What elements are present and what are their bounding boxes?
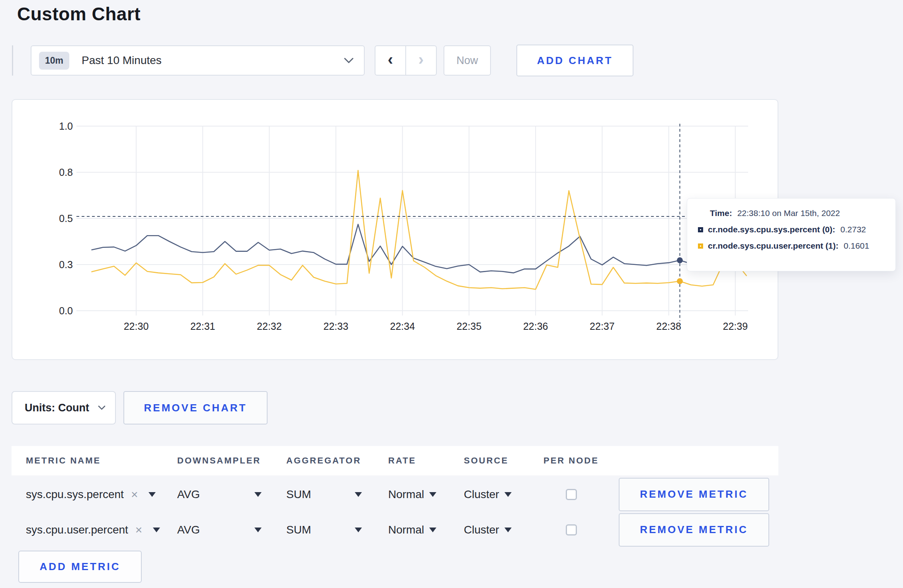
- y-axis-tick-label: 0.3: [59, 259, 73, 270]
- source-value: Cluster: [464, 524, 499, 536]
- metric-name-value: sys.cpu.sys.percent: [26, 488, 124, 501]
- timeseries-chart[interactable]: 0.00.30.50.81.022:3022:3122:3222:3322:34…: [12, 100, 779, 361]
- source-select[interactable]: Cluster: [464, 524, 539, 536]
- chevron-down-icon: [98, 405, 106, 410]
- aggregator-select[interactable]: SUM: [286, 488, 362, 501]
- downsampler-value: AVG: [177, 524, 200, 536]
- series-line-sys: [92, 224, 747, 273]
- rate-select[interactable]: Normal: [388, 488, 464, 501]
- source-value: Cluster: [464, 488, 499, 501]
- remove-metric-button[interactable]: REMOVE METRIC: [619, 513, 769, 547]
- aggregator-value: SUM: [286, 524, 311, 536]
- toolbar-divider: [12, 45, 13, 76]
- x-axis-tick-label: 22:37: [590, 321, 615, 332]
- downsampler-select[interactable]: AVG: [177, 524, 262, 536]
- series-line-user: [92, 170, 747, 289]
- column-header-per-node: PER NODE: [539, 456, 603, 466]
- metrics-table-header: METRIC NAME DOWNSAMPLER AGGREGATOR RATE …: [12, 446, 778, 475]
- sys-series-swatch-icon: [698, 227, 703, 232]
- rate-value: Normal: [388, 524, 424, 536]
- column-header-source: SOURCE: [464, 456, 539, 466]
- chart-axis-labels: 0.00.30.50.81.022:3022:3122:3222:3322:34…: [59, 121, 748, 332]
- metric-name-select[interactable]: sys.cpu.sys.percent ×: [26, 488, 177, 501]
- time-window-select[interactable]: 10m Past 10 Minutes: [31, 45, 365, 76]
- metric-name-value: sys.cpu.user.percent: [26, 524, 128, 536]
- caret-down-icon: [429, 528, 436, 532]
- time-window-label: Past 10 Minutes: [82, 54, 344, 67]
- tooltip-series-name: cr.node.sys.cpu.sys.percent (0):: [708, 225, 835, 234]
- time-range-pager: ‹ ›: [375, 45, 437, 76]
- per-node-checkbox[interactable]: [566, 524, 577, 535]
- tooltip-time-row: Time: 22:38:10 on Mar 15th, 2022: [710, 208, 887, 218]
- chart-tooltip: Time: 22:38:10 on Mar 15th, 2022 cr.node…: [687, 198, 896, 271]
- time-window-badge: 10m: [39, 52, 69, 70]
- x-axis-tick-label: 22:34: [390, 321, 415, 332]
- hover-point-dot: [677, 257, 683, 263]
- metric-row: sys.cpu.user.percent × AVG SUM Normal Cl…: [12, 512, 778, 547]
- downsampler-value: AVG: [177, 488, 200, 501]
- tooltip-series-name: cr.node.sys.cpu.user.percent (1):: [708, 241, 838, 251]
- caret-down-icon: [153, 528, 160, 532]
- caret-down-icon: [254, 528, 262, 532]
- tooltip-series-value: 0.2732: [840, 225, 866, 234]
- y-axis-tick-label: 0.8: [59, 167, 73, 178]
- chart-grid: [76, 126, 748, 315]
- y-axis-tick-label: 0.0: [59, 305, 73, 316]
- hover-point-dot: [677, 278, 683, 284]
- hover-crosshair: [76, 124, 748, 321]
- per-node-cell: [539, 524, 603, 535]
- page-title: Custom Chart: [17, 3, 141, 25]
- x-axis-tick-label: 22:38: [656, 321, 681, 332]
- rate-value: Normal: [388, 488, 424, 501]
- x-axis-tick-label: 22:31: [190, 321, 215, 332]
- column-header-rate: RATE: [388, 456, 464, 466]
- x-axis-tick-label: 22:35: [457, 321, 482, 332]
- tooltip-time-label: Time:: [710, 208, 732, 218]
- column-header-downsampler: DOWNSAMPLER: [177, 456, 286, 466]
- add-chart-button[interactable]: ADD CHART: [516, 45, 633, 76]
- x-axis-tick-label: 22:30: [124, 321, 149, 332]
- aggregator-value: SUM: [286, 488, 311, 501]
- x-axis-tick-label: 22:36: [523, 321, 548, 332]
- caret-down-icon: [504, 528, 512, 532]
- y-axis-tick-label: 0.5: [59, 213, 73, 224]
- caret-down-icon: [355, 528, 362, 532]
- y-axis-tick-label: 1.0: [59, 121, 73, 132]
- add-metric-button[interactable]: ADD METRIC: [18, 551, 142, 583]
- tooltip-time-value: 22:38:10 on Mar 15th, 2022: [737, 208, 840, 218]
- x-axis-tick-label: 22:33: [323, 321, 348, 332]
- clear-metric-icon[interactable]: ×: [135, 524, 143, 536]
- source-select[interactable]: Cluster: [464, 488, 539, 501]
- caret-down-icon: [149, 492, 156, 497]
- metric-name-select[interactable]: sys.cpu.user.percent ×: [26, 524, 177, 536]
- x-axis-tick-label: 22:39: [723, 321, 748, 332]
- units-select[interactable]: Units: Count: [12, 391, 116, 424]
- per-node-cell: [539, 489, 603, 500]
- tooltip-series-value: 0.1601: [844, 241, 869, 251]
- column-header-aggregator: AGGREGATOR: [286, 456, 388, 466]
- now-button[interactable]: Now: [444, 45, 491, 76]
- rate-select[interactable]: Normal: [388, 524, 464, 536]
- remove-chart-button[interactable]: REMOVE CHART: [123, 391, 268, 424]
- clear-metric-icon[interactable]: ×: [131, 489, 138, 500]
- next-range-button[interactable]: ›: [406, 46, 436, 75]
- downsampler-select[interactable]: AVG: [177, 488, 262, 501]
- chart-series: [92, 170, 747, 289]
- metric-row: sys.cpu.sys.percent × AVG SUM Normal Clu…: [12, 477, 778, 512]
- remove-metric-button[interactable]: REMOVE METRIC: [619, 478, 769, 511]
- units-label: Units: Count: [25, 402, 98, 414]
- caret-down-icon: [429, 492, 436, 497]
- chart-card: 0.00.30.50.81.022:3022:3122:3222:3322:34…: [12, 99, 778, 360]
- caret-down-icon: [504, 492, 512, 497]
- prev-range-button[interactable]: ‹: [375, 46, 406, 75]
- tooltip-series-row: cr.node.sys.cpu.sys.percent (0): 0.2732: [698, 225, 887, 234]
- chevron-down-icon: [344, 58, 354, 64]
- aggregator-select[interactable]: SUM: [286, 524, 362, 536]
- tooltip-series-row: cr.node.sys.cpu.user.percent (1): 0.1601: [698, 241, 887, 251]
- x-axis-tick-label: 22:32: [257, 321, 282, 332]
- user-series-swatch-icon: [698, 243, 703, 249]
- caret-down-icon: [254, 492, 262, 497]
- column-header-metric-name: METRIC NAME: [26, 456, 177, 466]
- per-node-checkbox[interactable]: [566, 489, 577, 500]
- caret-down-icon: [355, 492, 362, 497]
